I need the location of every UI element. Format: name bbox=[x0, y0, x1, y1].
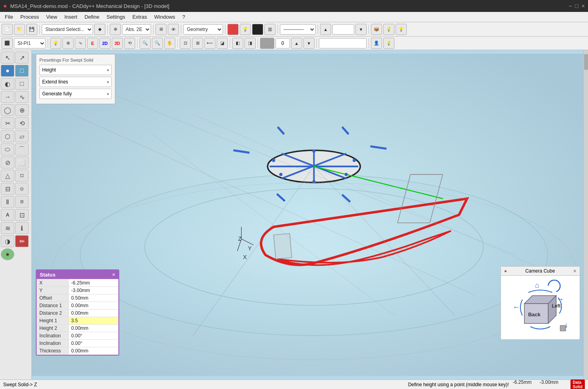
sidebar-icon-lines[interactable]: Ⅱ bbox=[1, 196, 14, 208]
snap-button[interactable]: ⊕ bbox=[110, 24, 121, 35]
geometry-dropdown[interactable]: Geometry bbox=[183, 24, 223, 35]
extra-btn-2[interactable]: 💡 bbox=[383, 24, 394, 35]
tb2-3d[interactable]: 3D bbox=[112, 38, 123, 49]
color-btn-2[interactable] bbox=[252, 24, 263, 35]
menu-help[interactable]: ? bbox=[179, 13, 188, 21]
status-val-incl1[interactable]: 0.00° bbox=[69, 332, 118, 340]
menu-process[interactable]: Process bbox=[17, 13, 42, 21]
status-val-incl2[interactable]: 0.00° bbox=[69, 340, 118, 347]
status-val-dist2[interactable]: 0.00mm bbox=[69, 310, 118, 317]
status-val-dist1[interactable]: 0.00mm bbox=[69, 302, 118, 310]
sidebar-icon-text[interactable]: A bbox=[1, 209, 14, 221]
title-controls[interactable]: − □ × bbox=[569, 3, 585, 9]
extra-view-2[interactable]: 💡 bbox=[383, 38, 394, 49]
sidebar-icon-arrow[interactable]: → bbox=[1, 91, 14, 103]
bg-color[interactable] bbox=[260, 38, 274, 49]
zoom-in[interactable]: 🔍 bbox=[140, 38, 151, 49]
sidebar-icon-dot[interactable]: ● bbox=[1, 248, 14, 260]
zoom-win[interactable]: ⊞ bbox=[192, 38, 203, 49]
presettings-row-generate[interactable]: Generate fully ▾ bbox=[39, 89, 112, 99]
sidebar-icon-grid[interactable]: ⊡ bbox=[15, 209, 29, 221]
sidebar-icon-half[interactable]: ◑ bbox=[1, 235, 14, 247]
bulb-button[interactable]: 💡 bbox=[240, 24, 251, 35]
sidebar-icon-rotate[interactable]: ⟲ bbox=[15, 117, 29, 129]
sidebar-icon-box[interactable]: □ bbox=[15, 78, 29, 90]
thickness-input[interactable]: 0.500 bbox=[332, 24, 354, 35]
sidebar-icon-circle[interactable]: ● bbox=[1, 65, 14, 77]
tb2-icon2[interactable]: ∿ bbox=[75, 38, 86, 49]
thickness-up[interactable]: ▲ bbox=[320, 24, 331, 35]
tb2-icon1[interactable]: ⊕ bbox=[62, 38, 74, 49]
tb2-2d[interactable]: 2D bbox=[99, 38, 111, 49]
sidebar-icon-rect[interactable]: ⬜ bbox=[15, 157, 29, 168]
presettings-row-extend[interactable]: Extend lines ▾ bbox=[39, 77, 112, 87]
zoom-out[interactable]: 🔍 bbox=[152, 38, 163, 49]
select-mode-dropdown[interactable]: Standard Selecti... bbox=[42, 24, 93, 35]
sidebar-icon-plus[interactable]: ⊕ bbox=[15, 104, 29, 116]
view-front[interactable]: ◧ bbox=[232, 38, 243, 49]
layer-button[interactable]: ▥ bbox=[264, 24, 276, 35]
menu-file[interactable]: File bbox=[2, 13, 16, 21]
status-val-thickness[interactable]: 0.00mm bbox=[69, 347, 118, 355]
select-icon-button[interactable]: ◆ bbox=[94, 24, 105, 35]
view-button[interactable]: 👁 bbox=[168, 24, 179, 35]
view-side[interactable]: ◨ bbox=[245, 38, 256, 49]
zoom-inc[interactable]: ▲ bbox=[291, 38, 302, 49]
extra-btn-1[interactable]: 📦 bbox=[371, 24, 382, 35]
extra-btn-3[interactable]: 💡 bbox=[396, 24, 407, 35]
save-button[interactable]: 💾 bbox=[26, 24, 37, 35]
menu-insert[interactable]: Insert bbox=[61, 13, 81, 21]
presettings-row-height[interactable]: Height ▾ bbox=[39, 65, 112, 75]
sidebar-icon-cube[interactable]: □ bbox=[15, 65, 29, 77]
sidebar-icon-pen[interactable]: ✏ bbox=[15, 235, 29, 247]
view-cube-btn[interactable]: ◪ bbox=[217, 38, 228, 49]
extra-view-1[interactable]: 👤 bbox=[371, 38, 382, 49]
zoom-prev[interactable]: ⟵ bbox=[204, 38, 215, 49]
sidebar-icon-minus[interactable]: ⊟ bbox=[1, 183, 14, 195]
sidebar-icon-info[interactable]: ℹ bbox=[15, 222, 29, 234]
vertical-scrollbar[interactable] bbox=[583, 50, 588, 379]
menu-extras[interactable]: Extras bbox=[129, 13, 150, 21]
color-btn-1[interactable] bbox=[227, 24, 239, 35]
sidebar-icon-wave[interactable]: ∿ bbox=[15, 91, 29, 103]
sidebar-icon-menu[interactable]: ≡ bbox=[15, 196, 29, 208]
sidebar-icon-select2[interactable]: ↗ bbox=[15, 52, 29, 64]
sidebar-icon-corner[interactable]: ⌑ bbox=[15, 170, 29, 182]
grid-button[interactable]: ⊞ bbox=[155, 24, 167, 35]
menu-define[interactable]: Define bbox=[81, 13, 103, 21]
restore-button[interactable]: □ bbox=[575, 3, 578, 9]
zoom-dec[interactable]: ▼ bbox=[303, 38, 314, 49]
coord-display[interactable] bbox=[319, 38, 367, 48]
sidebar-icon-cut[interactable]: ✂ bbox=[1, 117, 14, 129]
open-button[interactable]: 📁 bbox=[14, 24, 25, 35]
new-button[interactable]: 📄 bbox=[2, 24, 13, 35]
sidebar-icon-view[interactable]: ◐ bbox=[1, 78, 14, 90]
workplane-dropdown[interactable]: St-PI1 bbox=[14, 38, 46, 48]
close-button[interactable]: × bbox=[582, 3, 585, 9]
menu-settings[interactable]: Settings bbox=[103, 13, 128, 21]
coord-mode-dropdown[interactable]: Abs. 2E bbox=[122, 24, 151, 35]
tb2-btn1[interactable]: ⬛ bbox=[2, 38, 13, 49]
camera-cube-close[interactable]: × bbox=[573, 268, 576, 274]
sidebar-icon-ellipse[interactable]: ◯ bbox=[1, 104, 14, 116]
zoom-level-input[interactable] bbox=[276, 38, 290, 48]
status-close-button[interactable]: × bbox=[112, 271, 115, 278]
sidebar-icon-select[interactable]: ↖ bbox=[1, 52, 14, 64]
status-val-offset[interactable]: 0.50mm bbox=[69, 294, 118, 302]
light-btn[interactable]: 💡 bbox=[50, 38, 61, 49]
status-val-height1[interactable]: 3.5 bbox=[69, 317, 118, 325]
minimize-button[interactable]: − bbox=[569, 3, 572, 9]
sidebar-icon-hatch[interactable]: ≋ bbox=[1, 222, 14, 234]
line-type-dropdown[interactable]: ────── bbox=[280, 24, 316, 35]
menu-windows[interactable]: Windows bbox=[151, 13, 179, 21]
sidebar-icon-hex[interactable]: ⬡ bbox=[1, 130, 14, 142]
status-val-height2[interactable]: 0.00mm bbox=[69, 325, 118, 332]
tb2-rotate[interactable]: ⟲ bbox=[124, 38, 135, 49]
pan-btn[interactable]: ✋ bbox=[164, 38, 175, 49]
sidebar-icon-oval[interactable]: ⬭ bbox=[1, 143, 14, 155]
sidebar-icon-tri[interactable]: △ bbox=[1, 170, 14, 182]
status-val-x[interactable]: -6.25mm bbox=[69, 279, 118, 287]
sidebar-icon-target[interactable]: ⌾ bbox=[15, 183, 29, 195]
camera-cube-body[interactable]: ⌂ ← → ↓ Back bbox=[501, 276, 580, 339]
menu-view[interactable]: View bbox=[43, 13, 60, 21]
